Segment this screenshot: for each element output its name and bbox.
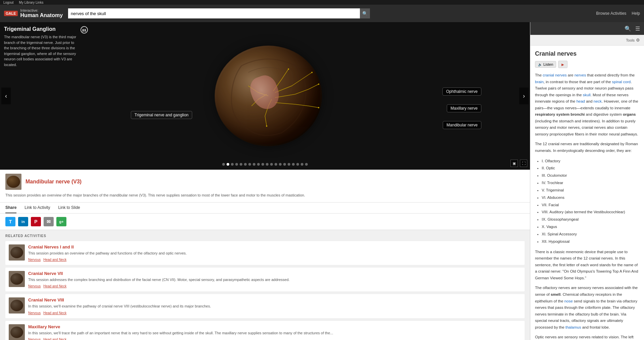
svg-point-1 [311,72,313,73]
article-paragraph-2: The 12 cranial nerves are traditionally … [535,141,639,154]
dot-2[interactable] [227,163,229,166]
svg-point-2 [318,83,319,85]
linkedin-button[interactable]: in [18,217,28,226]
dot-5[interactable] [240,163,243,166]
nose-link[interactable]: nose [565,299,573,303]
link-slide-tab[interactable]: Link to Slide [58,203,80,213]
tag-row: Nervous Head and Neck [28,258,521,262]
related-content: Maxillary Nerve In this session, we'll t… [28,324,521,340]
tag-head-neck[interactable]: Head and Neck [43,311,66,315]
pinterest-button[interactable]: P [31,217,41,226]
email-button[interactable]: ✉ [44,217,54,226]
menu-topbar-icon[interactable]: ☰ [635,25,640,32]
dot-20[interactable] [305,163,308,166]
dot-18[interactable] [297,163,299,166]
gplus-button[interactable]: g+ [56,217,66,226]
nerve-list-item: IX. Glossopharyngeal [542,216,639,223]
listen-button[interactable]: 🔈 Listen [535,61,556,68]
library-links[interactable]: My Library Links [19,1,44,4]
related-thumb-inner [10,327,23,338]
left-panel: Trigeminal Ganglion The mandibular nerve… [0,22,530,340]
related-item-title[interactable]: Cranial Nerve VIII [28,297,521,302]
related-content: Cranial Nerve VII This session addresses… [28,271,521,288]
nerve-list-item: XI. Spinal Accessory [542,231,639,238]
related-item-title[interactable]: Cranial Nerves I and II [28,244,521,249]
right-panel: 🔍 ☰ Tools ⚙ Cranial nerves 🔈 Listen ▶ Th… [530,22,644,340]
nerve-list-item: II. Optic [542,165,639,172]
link-activity-tab[interactable]: Link to Activity [24,203,50,213]
resize-button[interactable]: ▣ [511,160,518,167]
dot-7[interactable] [249,163,251,166]
pause-button[interactable]: ▮▮ [80,26,88,34]
tag-head-neck[interactable]: Head and Neck [43,284,66,288]
browse-activities-link[interactable]: Browse Activities [596,11,626,16]
mandibular-nerve-label: Mandibular nerve [443,121,481,129]
neck-link[interactable]: neck [594,99,602,103]
session-title: Mandibular nerve (V3) [25,179,82,185]
related-thumb-inner [10,247,23,258]
slide-dots [222,163,308,166]
share-tab[interactable]: Share [5,203,16,213]
thalamus-link[interactable]: thalamus [566,325,581,329]
logout-link[interactable]: Logout [3,1,14,4]
tag-head-neck[interactable]: Head and Neck [43,258,66,262]
tag-head-neck[interactable]: Head and Neck [43,338,66,340]
dot-4[interactable] [235,163,238,166]
next-slide-button[interactable]: › [519,88,529,104]
fullscreen-button[interactable]: ⛶ [520,160,527,167]
nerves-link[interactable]: nerves [575,73,586,77]
dot-9[interactable] [257,163,260,166]
anatomy-viewer: Trigeminal Ganglion The mandibular nerve… [0,22,530,170]
tools-button[interactable]: Tools ⚙ [626,38,640,43]
logo-area: GALE Interactive: Human Anatomy [4,8,63,18]
session-info: Mandibular nerve (V3) This session provi… [0,170,530,203]
search-button[interactable]: 🔍 [360,8,370,18]
article-paragraph-4: The olfactory nerves are sensory nerves … [535,285,639,331]
help-link[interactable]: Help [632,11,640,16]
article-paragraph-1: The cranial nerves are nerves that exten… [535,72,639,137]
related-thumbnail [9,324,25,340]
brain-visual [195,36,335,156]
dot-6[interactable] [244,163,247,166]
article-paragraph-5: Optic nerves are sensory nerves related … [535,334,639,340]
dot-16[interactable] [288,163,290,166]
tag-nervous[interactable]: Nervous [28,338,41,340]
dot-1[interactable] [222,163,225,166]
dot-3[interactable] [231,163,234,166]
related-thumbnail [9,271,25,287]
head-link[interactable]: head [576,99,585,103]
dot-15[interactable] [283,163,286,166]
anatomy-desc: The mandibular nerve (V3) is the third m… [4,34,78,67]
play-button[interactable]: ▶ [558,61,568,68]
related-item: Cranial Nerves I and II This session pro… [5,241,525,265]
interactive-label: Interactive: [20,8,63,12]
dot-12[interactable] [270,163,273,166]
spinal-cord-link[interactable]: spinal cord [612,80,631,84]
related-item-title[interactable]: Cranial Nerve VII [28,271,521,276]
brain-link[interactable]: brain [535,80,544,84]
search-topbar-icon[interactable]: 🔍 [625,25,631,32]
related-item-title[interactable]: Maxillary Nerve [28,324,521,329]
app-title: Human Anatomy [20,12,63,18]
search-input[interactable] [68,8,360,18]
dot-19[interactable] [301,163,304,166]
nerve-list-item: VI. Abducens [542,194,639,202]
tag-nervous[interactable]: Nervous [28,258,41,262]
twitter-button[interactable]: T [5,217,15,226]
skull-link[interactable]: skull [583,93,591,97]
dot-8[interactable] [253,163,256,166]
dot-10[interactable] [262,163,264,166]
prev-slide-button[interactable]: ‹ [1,88,11,104]
tag-row: Nervous Head and Neck [28,284,521,288]
tag-nervous[interactable]: Nervous [28,311,41,315]
right-panel-content: Cranial nerves 🔈 Listen ▶ The cranial ne… [530,46,644,340]
svg-point-3 [318,107,319,108]
dot-11[interactable] [266,163,269,166]
dot-17[interactable] [292,163,295,166]
tag-nervous[interactable]: Nervous [28,284,41,288]
nerve-list-item: I. Olfactory [542,158,639,165]
dot-14[interactable] [279,163,282,166]
dot-13[interactable] [275,163,277,166]
tag-row: Nervous Head and Neck [28,338,521,340]
cranial-nerves-link[interactable]: cranial nerves [543,73,567,77]
